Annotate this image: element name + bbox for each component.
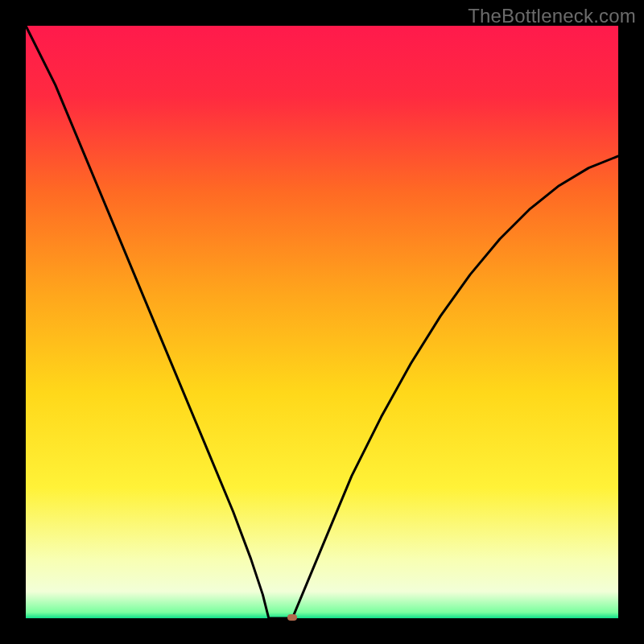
marker-dot xyxy=(287,614,297,621)
bottleneck-chart xyxy=(0,0,644,644)
watermark-text: TheBottleneck.com xyxy=(468,5,636,27)
plot-gradient-background xyxy=(26,26,618,618)
chart-frame: TheBottleneck.com xyxy=(0,0,644,644)
